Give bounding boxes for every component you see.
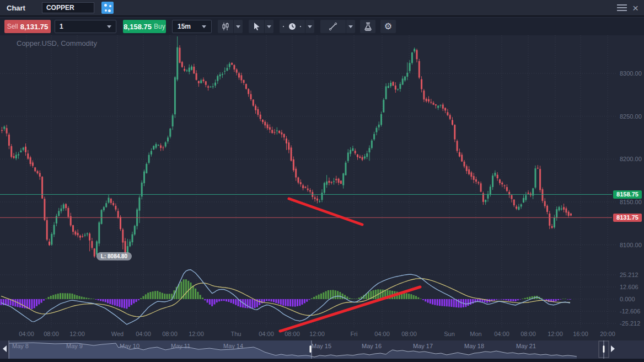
svg-text:May 21: May 21 [516,343,536,349]
gridlines: 04:0008:0012:00Wed04:0008:0012:00Thu04:0… [0,35,642,337]
timezone-tool-group [280,20,314,33]
chevron-down-icon [267,25,271,28]
macd-indicator [1,270,571,324]
svg-text:May 8: May 8 [12,343,29,349]
chart-toolbar: Sell 8,131.75 1 8,158.75 Buy 15m [0,18,644,35]
symbol-input[interactable] [42,2,94,13]
buy-label: Buy [154,23,165,30]
clock-icon [282,22,302,31]
chart-navigator[interactable]: May 8May 9May 10May 11May 14May 15May 16… [0,340,644,362]
svg-text:12.606: 12.606 [620,284,638,290]
drawing-tool-group [320,20,355,33]
svg-text:May 17: May 17 [413,343,433,349]
svg-text:12:00: 12:00 [309,331,325,337]
chevron-down-icon [236,25,240,28]
svg-text:Thu: Thu [231,331,242,337]
svg-text:-25.212: -25.212 [620,320,640,327]
candles-layer [1,36,572,258]
svg-text:8250.00: 8250.00 [620,113,642,120]
trendline-drawing[interactable] [280,287,420,331]
session-low-badge: L: 8084.80 [96,252,132,260]
sell-button[interactable]: Sell 8,131.75 [4,20,51,33]
timezone-caret-button[interactable] [305,20,314,33]
navigator-left-arrow-icon[interactable] [3,345,7,352]
trendline-icon [329,22,337,31]
price-chart-canvas[interactable]: 04:0008:0012:00Wed04:0008:0012:00Thu04:0… [0,0,644,340]
chevron-down-icon [107,25,111,28]
trendline-drawing[interactable] [289,199,362,225]
svg-text:16:00: 16:00 [573,331,588,337]
svg-text:Mon: Mon [470,331,481,337]
timeframe-value: 15m [178,23,191,30]
sell-label: Sell [7,23,18,30]
chevron-down-icon [348,25,353,28]
svg-text:May 15: May 15 [312,343,331,349]
gear-icon: ⚙ [384,22,392,31]
title-bar: Chart × [0,0,644,17]
compare-symbols-button[interactable] [101,2,114,14]
buy-price: 8,158.75 [124,23,152,31]
chart-type-group [218,20,243,33]
compare-symbols-icon [104,4,107,7]
svg-text:8100.00: 8100.00 [620,242,642,248]
svg-text:May 16: May 16 [362,343,382,349]
trading-chart-window: 04:0008:0012:00Wed04:0008:0012:00Thu04:0… [0,0,644,362]
svg-text:04:00: 04:00 [374,331,390,337]
svg-text:04:00: 04:00 [136,331,151,337]
svg-text:8200.00: 8200.00 [620,156,642,162]
svg-text:May 11: May 11 [171,343,190,349]
svg-text:25.212: 25.212 [620,272,638,278]
navigator-right-handle[interactable] [603,345,605,353]
studies-button[interactable] [360,20,375,33]
cursor-tool-button[interactable] [249,20,264,33]
svg-text:0.000: 0.000 [620,296,635,302]
window-title: Chart [7,4,25,12]
trendline-tool-button[interactable] [320,20,346,33]
quantity-value: 1 [60,23,63,30]
chevron-down-icon [308,25,312,28]
svg-text:May 14: May 14 [223,343,243,349]
svg-text:04:00: 04:00 [19,331,34,337]
svg-text:Fri: Fri [351,331,358,337]
svg-text:04:00: 04:00 [494,331,509,337]
timezone-button[interactable] [280,20,305,33]
svg-text:May 9: May 9 [66,343,83,349]
chart-type-caret-button[interactable] [233,20,243,33]
svg-text:04:00: 04:00 [259,331,274,337]
svg-text:08:00: 08:00 [285,331,300,337]
svg-text:12:00: 12:00 [189,331,204,337]
quantity-dropdown[interactable]: 1 [55,20,116,33]
navigator-chart[interactable]: May 8May 9May 10May 11May 14May 15May 16… [0,340,644,359]
svg-text:08:00: 08:00 [44,331,59,337]
flask-icon [364,22,372,31]
svg-text:08:00: 08:00 [162,331,178,337]
svg-text:08:00: 08:00 [401,331,417,337]
svg-text:8150.00: 8150.00 [620,199,642,205]
cursor-tool-group [249,20,273,33]
navigator-bottom-strip [0,359,644,362]
navigator-right-arrow-icon[interactable] [611,345,615,352]
svg-text:12:00: 12:00 [69,331,85,337]
menu-icon[interactable] [617,4,627,11]
candles-icon [221,22,230,31]
timeframe-dropdown[interactable]: 15m [172,20,212,33]
close-icon[interactable]: × [632,3,638,13]
svg-text:8300.00: 8300.00 [620,70,642,77]
svg-text:12:00: 12:00 [548,331,563,337]
chevron-down-icon [202,25,206,28]
svg-text:08:00: 08:00 [520,331,536,337]
svg-text:20:00: 20:00 [600,331,615,337]
sell-price: 8,131.75 [20,23,49,31]
drawing-tool-caret-button[interactable] [346,20,355,33]
buy-price-axis-label: 8158.75 [613,190,642,199]
settings-button[interactable]: ⚙ [380,20,396,33]
svg-text:-12.606: -12.606 [620,308,640,315]
buy-button[interactable]: 8,158.75 Buy [123,20,166,33]
svg-text:Sun: Sun [444,331,455,337]
svg-text:May 10: May 10 [120,343,139,349]
svg-text:May 18: May 18 [464,343,484,349]
instrument-label: Copper.USD, Commodity [17,39,97,47]
sell-price-axis-label: 8131.75 [613,214,642,222]
candlestick-type-button[interactable] [218,20,233,33]
cursor-tool-caret-button[interactable] [264,20,273,33]
